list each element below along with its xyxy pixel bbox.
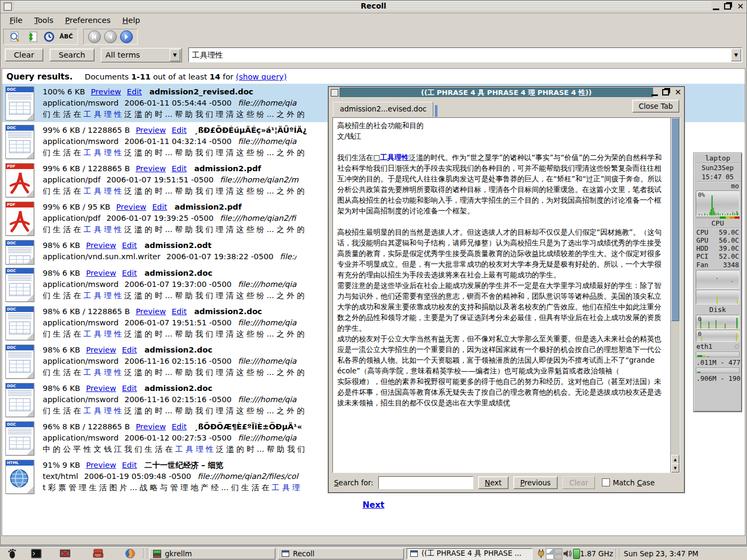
result-url: file:///home/qia	[238, 318, 297, 327]
close-icon[interactable]: ✕	[737, 3, 744, 10]
disk-chart-2[interactable]: 0	[696, 330, 740, 342]
taskbar-clock[interactable]: Sun Sep 23, 3:47 PM	[624, 549, 698, 558]
edit-link[interactable]: Edit	[172, 164, 187, 173]
panel-handle[interactable]	[143, 549, 147, 558]
cpu-chart[interactable]: 0%	[696, 190, 740, 216]
nav-next-icon[interactable]	[120, 30, 133, 43]
preview-link[interactable]: Preview	[136, 422, 165, 431]
taskbar-window-button[interactable]: Recoll	[278, 548, 404, 559]
next-page-link[interactable]: Next	[363, 500, 385, 510]
lock-screen-icon[interactable]	[59, 548, 71, 559]
cpu-freq-icon[interactable]	[573, 549, 580, 559]
search-document-icon[interactable]	[8, 30, 22, 43]
sort-icon[interactable]	[25, 30, 39, 43]
preview-tab[interactable]: admission2...evised.doc	[333, 102, 433, 117]
menu-item[interactable]: Preferences	[60, 14, 115, 26]
edit-link[interactable]: Edit	[122, 241, 137, 250]
chevron-down-icon[interactable]: ▼	[170, 49, 180, 61]
preview-minimize-icon[interactable]	[651, 89, 658, 96]
fan-chart[interactable]	[696, 270, 740, 289]
preview-paragraph	[337, 141, 668, 152]
menu-item[interactable]: Tools	[29, 14, 58, 26]
taskbar-window-button[interactable]: ((工 PHRASE 4 具 PHRASE ...	[407, 548, 533, 559]
minimize-icon[interactable]	[713, 3, 719, 10]
file-type-badge: DOC	[6, 422, 34, 427]
history-clock-icon[interactable]	[42, 30, 56, 43]
result-mimetype: application/pdf	[43, 214, 100, 222]
net-rx-value: .011M - 477	[696, 358, 741, 367]
edit-link[interactable]: Edit	[122, 384, 137, 393]
gnome-menu-foot-icon[interactable]	[5, 548, 18, 559]
scroll-up-icon[interactable]: ▲	[671, 455, 679, 464]
preview-link[interactable]: Preview	[136, 164, 165, 173]
snippet-after: 泛 滥 的 时 ... 帮 助 我 们 理 清 这 些 纷 ... 之 外 的	[122, 187, 305, 195]
preview-link[interactable]: Preview	[91, 87, 121, 96]
preview-titlebar[interactable]: ((工 PHRASE 4 具 PHRASE 4 理 PHRASE 4 性)) ✕	[329, 87, 684, 98]
edit-link[interactable]: Edit	[122, 461, 137, 469]
edit-link[interactable]: Edit	[122, 346, 137, 354]
result-datetime: 2006-01-07 19:51:51 -0500	[106, 175, 213, 184]
clear-button[interactable]: Clear	[5, 49, 43, 61]
recoll-titlebar[interactable]: Recoll ✕	[1, 1, 746, 13]
menu-item[interactable]: Help	[117, 14, 145, 26]
find-previous-button[interactable]: Previous	[513, 476, 558, 489]
result-datetime: 2006-01-11 05:54:44 -0500	[124, 99, 232, 107]
sensor-row: CPU59.0C	[694, 228, 741, 236]
term-explorer-icon[interactable]: ÅBĈ	[59, 30, 73, 43]
scrollbar-thumb[interactable]	[671, 118, 679, 321]
menu-item[interactable]: File	[5, 14, 27, 26]
edit-link[interactable]: Edit	[127, 87, 142, 96]
close-tab-button[interactable]: Close Tab	[632, 100, 679, 113]
preview-link[interactable]: Preview	[86, 269, 116, 277]
preview-link[interactable]: Preview	[86, 346, 116, 354]
print-icon[interactable]	[92, 548, 105, 559]
result-title: admission2.doc	[145, 384, 212, 393]
preview-search-input[interactable]	[378, 476, 473, 489]
power-plug-icon[interactable]	[536, 548, 546, 559]
workspace-pager-icon[interactable]	[546, 548, 562, 559]
show-query-link[interactable]: (show query)	[236, 73, 287, 81]
net-rx-row: .011M - 477	[694, 358, 741, 367]
preview-link[interactable]: Preview	[86, 241, 116, 250]
preview-link[interactable]: Preview	[86, 384, 116, 393]
preview-scrollbar[interactable]: ▲ ▼	[670, 118, 680, 473]
volume-icon[interactable]	[562, 548, 573, 559]
preview-link[interactable]: Preview	[86, 461, 116, 469]
preview-link[interactable]: Preview	[136, 126, 165, 134]
preview-link[interactable]: Preview	[136, 307, 165, 316]
query-input[interactable]	[189, 48, 731, 62]
search-button[interactable]: Search	[50, 49, 94, 61]
firefox-icon[interactable]	[124, 548, 137, 559]
clock-handle[interactable]	[615, 549, 619, 558]
edit-link[interactable]: Edit	[172, 307, 187, 316]
file-type-badge: PDF	[6, 164, 34, 169]
query-history-chevron-icon[interactable]: ▼	[731, 49, 741, 61]
result-datetime: 2006-01-07 19:51:51 -0500	[124, 318, 232, 327]
taskbar-window-button[interactable]: gkrellm	[149, 548, 275, 559]
result-mimetype: application/pdf	[43, 175, 100, 184]
find-next-button[interactable]: Next	[478, 476, 508, 489]
mail-row[interactable]: 1/192	[694, 411, 741, 412]
edit-link[interactable]: Edit	[152, 203, 167, 211]
result-mimetype: application/msword	[43, 137, 118, 146]
nav-prev-icon[interactable]	[104, 30, 117, 43]
preview-maximize-icon[interactable]	[662, 89, 669, 95]
search-mode-select[interactable]: All terms ▼	[101, 48, 182, 62]
match-case-checkbox[interactable]	[602, 478, 610, 486]
disk-chart-1[interactable]: 0	[696, 315, 740, 329]
edit-link[interactable]: Edit	[172, 126, 187, 134]
maximize-icon[interactable]	[724, 3, 731, 10]
paragraph-text: 实际很难），但他的素养和视野很可能更多的得于他自己的努力和经历。这对他自己（甚至…	[337, 377, 662, 407]
result-line-1: 99% 6 KB / 1228865 BPreviewEdit¸ßÐ£ÕÐÉúµ…	[43, 125, 307, 136]
result-relevance-size: 99% 6 KB / 1228865 B	[43, 126, 130, 134]
match-case-option[interactable]: Match Case	[602, 478, 655, 487]
find-clear-button[interactable]: Clear	[562, 476, 595, 489]
terminal-icon[interactable]	[30, 548, 43, 559]
edit-link[interactable]: Edit	[172, 422, 187, 431]
preview-link[interactable]: Preview	[116, 203, 146, 211]
scroll-down-icon[interactable]: ▼	[671, 463, 679, 473]
nav-first-icon[interactable]	[88, 30, 101, 43]
preview-close-icon[interactable]: ✕	[674, 89, 681, 96]
temp-chart[interactable]	[696, 290, 740, 305]
edit-link[interactable]: Edit	[122, 269, 137, 277]
